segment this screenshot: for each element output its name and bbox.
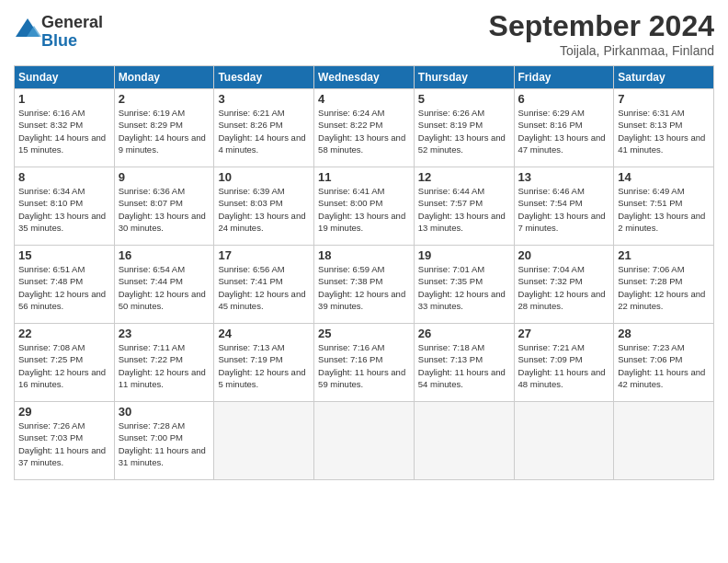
daylight-label: Daylight: 11 hours and 42 minutes. [618,367,705,389]
daylight-label: Daylight: 13 hours and 30 minutes. [119,211,206,233]
daylight-label: Daylight: 11 hours and 48 minutes. [518,367,606,389]
calendar-cell: 17 Sunrise: 6:56 AM Sunset: 7:41 PM Dayl… [214,246,314,324]
sunset-label: Sunset: 7:09 PM [518,354,583,364]
sunrise-label: Sunrise: 6:59 AM [318,264,384,274]
day-number: 14 [618,170,710,184]
sunrise-label: Sunrise: 6:31 AM [618,108,684,118]
day-info: Sunrise: 6:24 AM Sunset: 8:22 PM Dayligh… [318,107,410,155]
col-sunday: Sunday [15,66,115,89]
col-friday: Friday [514,66,614,89]
daylight-label: Daylight: 12 hours and 39 minutes. [318,289,405,311]
day-number: 11 [318,170,410,184]
calendar-cell: 24 Sunrise: 7:13 AM Sunset: 7:19 PM Dayl… [214,324,314,402]
day-number: 5 [418,92,510,106]
sunset-label: Sunset: 7:48 PM [18,276,83,286]
day-number: 13 [518,170,610,184]
day-number: 8 [18,170,110,184]
sunset-label: Sunset: 7:03 PM [18,432,83,442]
sunset-label: Sunset: 7:16 PM [318,354,382,364]
sunset-label: Sunset: 8:32 PM [18,120,83,130]
sunset-label: Sunset: 8:26 PM [218,120,282,130]
sunrise-label: Sunrise: 6:36 AM [119,186,185,196]
sunrise-label: Sunrise: 7:04 AM [518,264,585,274]
sunrise-label: Sunrise: 6:46 AM [518,186,585,196]
daylight-label: Daylight: 13 hours and 47 minutes. [518,132,606,155]
daylight-label: Daylight: 12 hours and 16 minutes. [18,367,106,389]
day-info: Sunrise: 6:39 AM Sunset: 8:03 PM Dayligh… [218,185,310,234]
sunrise-label: Sunrise: 6:49 AM [618,186,684,196]
sunset-label: Sunset: 7:35 PM [418,276,483,286]
calendar-cell: 4 Sunrise: 6:24 AM Sunset: 8:22 PM Dayli… [314,89,415,167]
title-section: September 2024 Toijala, Pirkanmaa, Finla… [489,9,714,58]
logo-general-text: General [41,14,103,32]
calendar-cell: 7 Sunrise: 6:31 AM Sunset: 8:13 PM Dayli… [614,89,714,167]
day-number: 17 [218,248,310,262]
day-info: Sunrise: 7:23 AM Sunset: 7:06 PM Dayligh… [618,341,710,390]
day-number: 19 [418,248,510,262]
day-info: Sunrise: 7:26 AM Sunset: 7:03 PM Dayligh… [18,419,110,468]
week-row-3: 15 Sunrise: 6:51 AM Sunset: 7:48 PM Dayl… [15,246,714,324]
sunrise-label: Sunrise: 7:21 AM [518,342,585,352]
header: General Blue September 2024 Toijala, Pir… [14,9,714,58]
calendar-cell: 29 Sunrise: 7:26 AM Sunset: 7:03 PM Dayl… [15,402,115,480]
sunset-label: Sunset: 7:25 PM [18,354,83,364]
sunrise-label: Sunrise: 7:16 AM [318,342,384,352]
day-number: 18 [318,248,410,262]
day-info: Sunrise: 7:21 AM Sunset: 7:09 PM Dayligh… [518,341,610,390]
calendar-cell [214,402,314,480]
calendar-cell: 3 Sunrise: 6:21 AM Sunset: 8:26 PM Dayli… [214,89,314,167]
sunset-label: Sunset: 7:13 PM [418,354,483,364]
day-number: 30 [119,405,210,419]
calendar-cell: 1 Sunrise: 6:16 AM Sunset: 8:32 PM Dayli… [15,89,115,167]
day-info: Sunrise: 6:49 AM Sunset: 7:51 PM Dayligh… [618,185,710,234]
week-row-1: 1 Sunrise: 6:16 AM Sunset: 8:32 PM Dayli… [15,89,714,167]
logo-blue-text: Blue [41,32,103,51]
day-info: Sunrise: 7:06 AM Sunset: 7:28 PM Dayligh… [618,263,710,312]
sunrise-label: Sunrise: 7:11 AM [119,342,185,352]
day-number: 7 [618,92,710,106]
sunrise-label: Sunrise: 7:23 AM [618,342,684,352]
col-monday: Monday [114,66,214,89]
day-number: 6 [518,92,610,106]
sunrise-label: Sunrise: 7:18 AM [418,342,484,352]
calendar-cell: 26 Sunrise: 7:18 AM Sunset: 7:13 PM Dayl… [414,324,514,402]
day-number: 16 [119,248,210,262]
calendar-cell: 16 Sunrise: 6:54 AM Sunset: 7:44 PM Dayl… [114,246,214,324]
sunset-label: Sunset: 7:41 PM [218,276,282,286]
day-info: Sunrise: 6:31 AM Sunset: 8:13 PM Dayligh… [618,107,710,155]
calendar-cell: 14 Sunrise: 6:49 AM Sunset: 7:51 PM Dayl… [614,167,714,246]
calendar-cell: 20 Sunrise: 7:04 AM Sunset: 7:32 PM Dayl… [514,246,614,324]
calendar-cell [614,402,714,480]
calendar-cell: 9 Sunrise: 6:36 AM Sunset: 8:07 PM Dayli… [114,167,214,246]
day-number: 25 [318,327,410,340]
calendar-cell [314,402,415,480]
calendar-cell: 13 Sunrise: 6:46 AM Sunset: 7:54 PM Dayl… [514,167,614,246]
sunset-label: Sunset: 7:06 PM [618,354,682,364]
sunrise-label: Sunrise: 7:06 AM [618,264,684,274]
daylight-label: Daylight: 13 hours and 41 minutes. [618,132,705,155]
day-info: Sunrise: 7:13 AM Sunset: 7:19 PM Dayligh… [218,341,310,390]
calendar-cell: 2 Sunrise: 6:19 AM Sunset: 8:29 PM Dayli… [114,89,214,167]
sunrise-label: Sunrise: 6:54 AM [119,264,185,274]
daylight-label: Daylight: 14 hours and 15 minutes. [18,132,106,155]
sunrise-label: Sunrise: 7:26 AM [18,420,85,431]
sunrise-label: Sunrise: 7:01 AM [418,264,484,274]
sunset-label: Sunset: 7:28 PM [618,276,682,286]
daylight-label: Daylight: 11 hours and 59 minutes. [318,367,405,389]
sunrise-label: Sunrise: 7:13 AM [218,342,284,352]
month-title: September 2024 [489,9,714,43]
sunset-label: Sunset: 8:07 PM [119,198,183,208]
day-number: 15 [18,248,110,262]
day-info: Sunrise: 7:08 AM Sunset: 7:25 PM Dayligh… [18,341,110,390]
calendar-cell: 25 Sunrise: 7:16 AM Sunset: 7:16 PM Dayl… [314,324,415,402]
day-number: 21 [618,248,710,262]
sunrise-label: Sunrise: 6:34 AM [18,186,85,196]
daylight-label: Daylight: 13 hours and 2 minutes. [618,211,705,233]
day-info: Sunrise: 6:29 AM Sunset: 8:16 PM Dayligh… [518,107,610,155]
sunset-label: Sunset: 8:13 PM [618,120,682,130]
day-info: Sunrise: 7:11 AM Sunset: 7:22 PM Dayligh… [119,341,210,390]
sunset-label: Sunset: 7:32 PM [518,276,583,286]
calendar-cell: 11 Sunrise: 6:41 AM Sunset: 8:00 PM Dayl… [314,167,415,246]
sunset-label: Sunset: 8:03 PM [218,198,282,208]
day-number: 10 [218,170,310,184]
